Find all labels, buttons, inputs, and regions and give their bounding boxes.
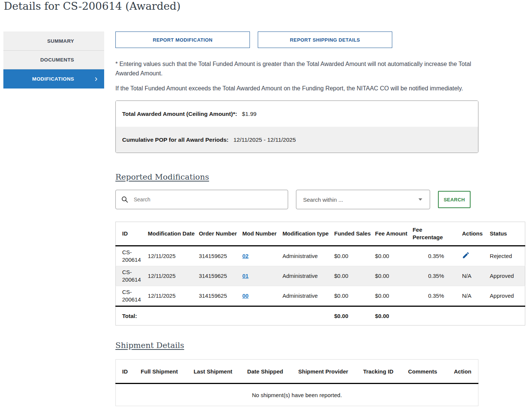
cell-fee-percentage: 0.35% bbox=[412, 246, 457, 266]
cell-funded-sales: $0.00 bbox=[334, 246, 375, 266]
report-shipping-details-button[interactable]: REPORT SHIPPING DETAILS bbox=[258, 32, 392, 48]
column-header-ship-action: Action bbox=[454, 360, 478, 384]
column-header-shipment-provider: Shipment Provider bbox=[298, 360, 363, 384]
mod-number-link[interactable]: 00 bbox=[242, 292, 249, 299]
cell-mod-number: 02 bbox=[242, 246, 282, 266]
sidebar-item-summary[interactable]: SUMMARY bbox=[3, 32, 104, 50]
column-header-funded-sales: Funded Sales bbox=[334, 222, 375, 246]
cell-modification-type: Administrative bbox=[282, 286, 334, 306]
award-info-row-cumulative-pop: Cumulative POP for all Award Periods: 12… bbox=[116, 127, 478, 153]
report-modification-button[interactable]: REPORT MODIFICATION bbox=[115, 32, 250, 48]
sidebar-item-label: SUMMARY bbox=[47, 38, 74, 44]
cell-fee-amount: $0.00 bbox=[375, 286, 412, 306]
cell-actions: N/A bbox=[457, 266, 490, 286]
cell-actions bbox=[457, 246, 490, 266]
cell-modification-date: 12/11/2025 bbox=[148, 246, 199, 266]
cell-order-number: 314159625 bbox=[199, 286, 242, 306]
modifications-search-row: Search within ... SEARCH bbox=[115, 190, 525, 209]
main-content: REPORT MODIFICATION REPORT SHIPPING DETA… bbox=[115, 32, 525, 406]
search-box bbox=[115, 190, 288, 209]
cell-status: Rejected bbox=[490, 246, 525, 266]
column-header-full-shipment: Full Shipment bbox=[141, 360, 194, 384]
total-awarded-value: $1.99 bbox=[242, 111, 257, 117]
note-co-notification: If the Total Funded Amount exceeds the T… bbox=[115, 84, 482, 93]
column-header-fee-percentage: Fee Percentage bbox=[412, 222, 457, 246]
empty-shipments-message: No shipment(s) have been reported. bbox=[116, 384, 478, 406]
column-header-modification-type: Modification type bbox=[282, 222, 334, 246]
edit-pencil-icon[interactable] bbox=[462, 251, 470, 259]
cell-id: CS-200614 bbox=[116, 246, 148, 266]
cell-funded-sales: $0.00 bbox=[334, 286, 375, 306]
table-row: CS-200614 12/11/2025 314159625 02 Admini… bbox=[116, 246, 525, 266]
table-header-row: ID Full Shipment Last Shipment Date Ship… bbox=[116, 360, 478, 384]
dropdown-caret-icon bbox=[418, 198, 422, 201]
column-header-date-shipped: Date Shipped bbox=[247, 360, 298, 384]
search-within-value: Search within ... bbox=[303, 196, 343, 203]
table-row: CS-200614 12/11/2025 314159625 00 Admini… bbox=[116, 286, 525, 306]
search-input[interactable] bbox=[115, 190, 288, 209]
cell-fee-percentage: 0.35% bbox=[412, 286, 457, 306]
cell-fee-amount: $0.00 bbox=[375, 246, 412, 266]
search-icon bbox=[121, 196, 129, 203]
cell-modification-date: 12/11/2025 bbox=[148, 286, 199, 306]
column-header-ship-id: ID bbox=[116, 360, 141, 384]
action-button-row: REPORT MODIFICATION REPORT SHIPPING DETA… bbox=[115, 32, 525, 48]
mod-number-link[interactable]: 01 bbox=[242, 273, 249, 279]
total-awarded-label: Total Awarded Amount (Ceiling Amount)*: bbox=[122, 111, 237, 117]
column-header-status: Status bbox=[490, 222, 525, 246]
column-header-mod-number: Mod Number bbox=[242, 222, 282, 246]
cell-status: Approved bbox=[490, 266, 525, 286]
sidebar-item-documents[interactable]: DOCUMENTS bbox=[3, 50, 104, 69]
cell-fee-percentage: 0.35% bbox=[412, 266, 457, 286]
cell-modification-type: Administrative bbox=[282, 266, 334, 286]
empty-shipments-row: No shipment(s) have been reported. bbox=[116, 384, 478, 406]
column-header-actions: Actions bbox=[457, 222, 490, 246]
table-row: CS-200614 12/11/2025 314159625 01 Admini… bbox=[116, 266, 525, 286]
total-fee-amount: $0.00 bbox=[375, 306, 412, 326]
note-ceiling-amount: * Entering values such that the Total Fu… bbox=[115, 59, 482, 78]
total-funded-sales: $0.00 bbox=[334, 306, 375, 326]
column-header-fee-amount: Fee Amount bbox=[375, 222, 412, 246]
cell-actions: N/A bbox=[457, 286, 490, 306]
column-header-comments: Comments bbox=[408, 360, 454, 384]
table-header-row: ID Modification Date Order Number Mod Nu… bbox=[116, 222, 525, 246]
column-header-tracking-id: Tracking ID bbox=[363, 360, 408, 384]
total-spacer bbox=[412, 306, 525, 326]
funding-notes: * Entering values such that the Total Fu… bbox=[115, 59, 482, 93]
cell-fee-amount: $0.00 bbox=[375, 266, 412, 286]
shipments-table: ID Full Shipment Last Shipment Date Ship… bbox=[115, 359, 478, 406]
chevron-right-icon bbox=[94, 76, 99, 81]
shipment-details-heading: Shipment Details bbox=[115, 341, 184, 350]
total-label: Total: bbox=[116, 306, 335, 326]
cell-id: CS-200614 bbox=[116, 286, 148, 306]
sidebar-item-label: DOCUMENTS bbox=[40, 57, 74, 63]
cell-order-number: 314159625 bbox=[199, 246, 242, 266]
cell-modification-type: Administrative bbox=[282, 246, 334, 266]
cumulative-pop-label: Cumulative POP for all Award Periods: bbox=[122, 136, 229, 143]
search-button[interactable]: SEARCH bbox=[438, 191, 471, 208]
cell-order-number: 314159625 bbox=[199, 266, 242, 286]
cell-mod-number: 01 bbox=[242, 266, 282, 286]
column-header-modification-date: Modification Date bbox=[148, 222, 199, 246]
sidebar-item-modifications[interactable]: MODIFICATIONS bbox=[3, 69, 104, 88]
award-info-row-total-awarded: Total Awarded Amount (Ceiling Amount)*: … bbox=[116, 101, 478, 127]
cumulative-pop-value: 12/11/2025 - 12/11/2025 bbox=[233, 136, 296, 143]
modifications-table: ID Modification Date Order Number Mod Nu… bbox=[115, 222, 525, 326]
column-header-last-shipment: Last Shipment bbox=[194, 360, 247, 384]
cell-modification-date: 12/11/2025 bbox=[148, 266, 199, 286]
award-info-box: Total Awarded Amount (Ceiling Amount)*: … bbox=[115, 100, 478, 153]
cell-funded-sales: $0.00 bbox=[334, 266, 375, 286]
column-header-id: ID bbox=[116, 222, 148, 246]
cell-mod-number: 00 bbox=[242, 286, 282, 306]
sidebar: SUMMARY DOCUMENTS MODIFICATIONS bbox=[3, 32, 104, 88]
mod-number-link[interactable]: 02 bbox=[242, 253, 249, 259]
sidebar-item-label: MODIFICATIONS bbox=[32, 76, 74, 82]
search-within-select[interactable]: Search within ... bbox=[296, 190, 430, 209]
page-title: Details for CS-200614 (Awarded) bbox=[4, 0, 181, 12]
column-header-order-number: Order Number bbox=[199, 222, 242, 246]
cell-status: Approved bbox=[490, 286, 525, 306]
reported-modifications-heading: Reported Modifications bbox=[115, 172, 209, 182]
table-total-row: Total: $0.00 $0.00 bbox=[116, 306, 525, 326]
cell-id: CS-200614 bbox=[116, 266, 148, 286]
